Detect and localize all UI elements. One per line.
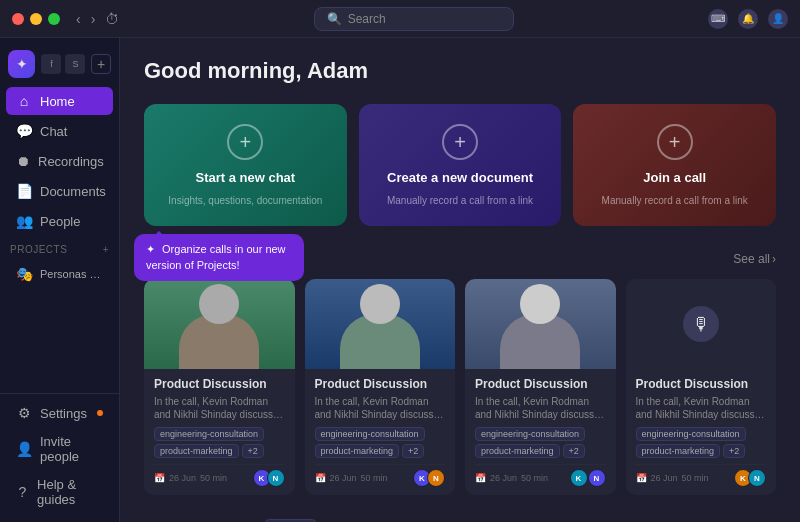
call-date-4: 📅 26 Jun 50 min — [636, 473, 709, 483]
close-button[interactable] — [12, 13, 24, 25]
call-meta-3: 📅 26 Jun 50 min K N — [475, 464, 606, 487]
sidebar-item-people-label: People — [40, 214, 80, 229]
search-area: 🔍 Search — [127, 7, 700, 31]
recent-calls-see-all[interactable]: See all › — [733, 252, 776, 266]
history-button[interactable]: ⏱ — [105, 11, 119, 27]
sidebar-item-settings[interactable]: ⚙ Settings — [6, 399, 113, 427]
call-thumb-4: 🎙 — [626, 279, 777, 369]
create-doc-subtitle: Manually record a call from a link — [387, 195, 533, 206]
sidebar-item-personas[interactable]: 🎭 Personas [Sample Proj... — [6, 260, 113, 288]
start-chat-subtitle: Insights, questions, documentation — [168, 195, 322, 206]
sidebar-item-documents-label: Documents — [40, 184, 106, 199]
call-avatars-4: K N — [738, 469, 766, 487]
call-card-1[interactable]: Product Discussion In the call, Kevin Ro… — [144, 279, 295, 495]
avatar[interactable]: 👤 — [768, 9, 788, 29]
people-icon: 👥 — [16, 213, 32, 229]
personas-icon: 🎭 — [16, 266, 32, 282]
invite-icon: 👤 — [16, 441, 32, 457]
help-label: Help & guides — [37, 477, 103, 507]
call-meta-4: 📅 26 Jun 50 min K N — [636, 464, 767, 487]
tag-2-3: +2 — [402, 444, 424, 458]
sidebar-item-help[interactable]: ? Help & guides — [6, 471, 113, 513]
add-project-button[interactable]: + — [103, 244, 109, 255]
help-icon: ? — [16, 484, 29, 500]
tag-1-2: product-marketing — [154, 444, 239, 458]
invite-label: Invite people — [40, 434, 103, 464]
tooltip-star-icon: ✦ — [146, 242, 155, 257]
join-call-card[interactable]: + Join a call Manually record a call fro… — [573, 104, 776, 226]
keyboard-icon[interactable]: ⌨ — [708, 9, 728, 29]
call-meta-2: 📅 26 Jun 50 min K N — [315, 464, 446, 487]
search-icon: 🔍 — [327, 12, 342, 26]
add-workspace-button[interactable]: + — [91, 54, 111, 74]
call-info-1: Product Discussion In the call, Kevin Ro… — [144, 369, 295, 495]
sidebar-item-home[interactable]: ⌂ Home — [6, 87, 113, 115]
sidebar-item-people[interactable]: 👥 People — [6, 207, 113, 235]
maximize-button[interactable] — [48, 13, 60, 25]
sidebar-item-chat[interactable]: 💬 Chat — [6, 117, 113, 145]
minimize-button[interactable] — [30, 13, 42, 25]
home-icon: ⌂ — [16, 93, 32, 109]
sidebar-item-recordings-label: Recordings — [38, 154, 104, 169]
create-document-card[interactable]: + Create a new document Manually record … — [359, 104, 562, 226]
search-bar[interactable]: 🔍 Search — [314, 7, 514, 31]
back-button[interactable]: ‹ — [76, 11, 81, 27]
titlebar: ‹ › ⏱ 🔍 Search ⌨ 🔔 👤 — [0, 0, 800, 38]
notification-icon[interactable]: 🔔 — [738, 9, 758, 29]
call-info-4: Product Discussion In the call, Kevin Ro… — [626, 369, 777, 495]
call-card-3[interactable]: Product Discussion In the call, Kevin Ro… — [465, 279, 616, 495]
workspace-f[interactable]: f — [41, 54, 61, 74]
call-name-3: Product Discussion — [475, 377, 606, 391]
avatar-4: N — [427, 469, 445, 487]
window-controls — [12, 13, 60, 25]
app-body: ✦ f S + ⌂ Home 💬 Chat ⏺ Recordings 📄 Doc… — [0, 38, 800, 522]
chat-icon: 💬 — [16, 123, 32, 139]
sidebar-item-documents[interactable]: 📄 Documents — [6, 177, 113, 205]
tag-3-3: +2 — [563, 444, 585, 458]
tag-3-2: product-marketing — [475, 444, 560, 458]
avatar-8: N — [748, 469, 766, 487]
tag-4-3: +2 — [723, 444, 745, 458]
start-chat-card[interactable]: + Start a new chat Insights, questions, … — [144, 104, 347, 226]
call-tags-4: engineering-consultation product-marketi… — [636, 427, 767, 458]
call-card-2[interactable]: Product Discussion In the call, Kevin Ro… — [305, 279, 456, 495]
tooltip-bubble: ✦ Organize calls in our new version of P… — [134, 234, 304, 281]
call-date-1: 📅 26 Jun 50 min — [154, 473, 227, 483]
call-avatars-3: K N — [574, 469, 606, 487]
sidebar-item-chat-label: Chat — [40, 124, 67, 139]
nav-controls: ‹ › ⏱ — [76, 11, 119, 27]
avatar-2: N — [267, 469, 285, 487]
workspace-icons: f S — [41, 54, 85, 74]
call-tags-3: engineering-consultation product-marketi… — [475, 427, 606, 458]
sidebar-item-home-label: Home — [40, 94, 75, 109]
call-desc-2: In the call, Kevin Rodman and Nikhil Shi… — [315, 395, 446, 421]
tag-2-1: engineering-consultation — [315, 427, 425, 441]
page-title: Good morning, Adam — [144, 58, 776, 84]
sidebar-item-invite[interactable]: 👤 Invite people — [6, 428, 113, 470]
call-name-4: Product Discussion — [636, 377, 767, 391]
app-logo[interactable]: ✦ — [8, 50, 35, 78]
avatar-5: K — [570, 469, 588, 487]
recent-calls-list: Product Discussion In the call, Kevin Ro… — [144, 279, 776, 495]
tooltip-text: Organize calls in our new version of Pro… — [146, 243, 286, 270]
call-tags-2: engineering-consultation product-marketi… — [315, 427, 446, 458]
tag-2-2: product-marketing — [315, 444, 400, 458]
see-all-chevron-icon: › — [772, 252, 776, 266]
settings-label: Settings — [40, 406, 87, 421]
projects-section-header: Projects + — [0, 236, 119, 259]
settings-icon: ⚙ — [16, 405, 32, 421]
workspace-s[interactable]: S — [65, 54, 85, 74]
create-doc-title: Create a new document — [387, 170, 533, 185]
mic-icon: 🎙 — [683, 306, 719, 342]
call-card-4[interactable]: 🎙 Product Discussion In the call, Kevin … — [626, 279, 777, 495]
tag-3-1: engineering-consultation — [475, 427, 585, 441]
person-silhouette-2 — [340, 279, 420, 369]
tag-4-1: engineering-consultation — [636, 427, 746, 441]
join-call-plus-icon: + — [657, 124, 693, 160]
sidebar-item-recordings[interactable]: ⏺ Recordings — [6, 147, 113, 175]
tag-1-1: engineering-consultation — [154, 427, 264, 441]
call-tags-1: engineering-consultation product-marketi… — [154, 427, 285, 458]
call-name-2: Product Discussion — [315, 377, 446, 391]
sidebar: ✦ f S + ⌂ Home 💬 Chat ⏺ Recordings 📄 Doc… — [0, 38, 120, 522]
forward-button[interactable]: › — [91, 11, 96, 27]
